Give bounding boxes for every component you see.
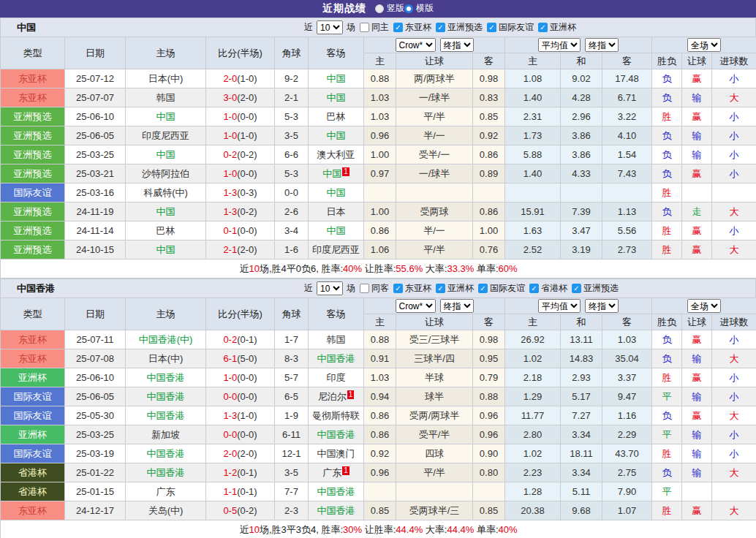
halftime-score: (0-3) bbox=[237, 187, 257, 198]
date-cell: 24-12-17 bbox=[65, 501, 126, 520]
odds-away-cell: 0.88 bbox=[473, 387, 505, 406]
avg-home-cell: 1.63 bbox=[505, 221, 561, 240]
results-table: 类型日期主场比分(半场)角球客场Crow*终指平均值终指全场主让球客主和客胜负让… bbox=[0, 37, 756, 279]
avg-home-cell: 20.38 bbox=[505, 501, 561, 520]
team-name-text: 中国 bbox=[322, 168, 341, 179]
checkbox[interactable]: ✓ bbox=[436, 23, 445, 32]
match-count-select[interactable]: 10 bbox=[317, 20, 343, 34]
odds-source-select[interactable]: 终指 bbox=[585, 299, 619, 313]
competition-filter-label: 国际友谊 bbox=[490, 282, 525, 295]
score-cell: 1-0(1-0) bbox=[206, 126, 275, 145]
checkbox[interactable] bbox=[360, 284, 369, 293]
match-row: 国际友谊25-03-19中国香港2-0(2-0)12-1中国澳门0.92四球0.… bbox=[1, 444, 756, 463]
home-team-cell: 中国香港 bbox=[126, 444, 206, 463]
avg-home-cell: 2.31 bbox=[505, 107, 561, 126]
fulltime-score: 1-3 bbox=[223, 206, 237, 217]
competition-filter-label: 东亚杯 bbox=[405, 282, 431, 295]
team-name-text: 中国 bbox=[156, 149, 175, 160]
match-row: 国际友谊25-05-30中国香港1-3(1-0)1-9曼彻斯特联0.86受两/两… bbox=[1, 406, 756, 425]
radio-icon[interactable] bbox=[375, 4, 384, 13]
summary-segment: 让胜率: bbox=[362, 524, 396, 535]
away-team-cell: 中国1 bbox=[309, 164, 364, 183]
checkbox[interactable]: ✓ bbox=[393, 284, 403, 293]
checkbox[interactable]: ✓ bbox=[529, 284, 539, 293]
goals-result-cell: 小 bbox=[712, 69, 756, 88]
checkbox[interactable]: ✓ bbox=[478, 284, 488, 293]
team-name-text: 中国 bbox=[156, 244, 175, 255]
checkbox[interactable]: ✓ bbox=[436, 284, 445, 293]
corner-cell: 0-0 bbox=[275, 183, 309, 202]
result-text: 大 bbox=[730, 505, 739, 516]
match-type-cell: 国际友谊 bbox=[1, 406, 65, 425]
result-cell: 负 bbox=[652, 406, 682, 425]
checkbox[interactable]: ✓ bbox=[487, 23, 496, 32]
odds-source-select[interactable]: 平均值 bbox=[538, 299, 581, 313]
team-name-text: 中国 bbox=[327, 130, 346, 141]
match-row: 东亚杯25-07-08日本(中)6-1(5-0)8-3中国香港0.91三球半/四… bbox=[1, 349, 756, 368]
layout-radio[interactable]: 横版 bbox=[404, 2, 434, 15]
match-count-select[interactable]: 10 bbox=[317, 281, 343, 295]
result-cell: 负 bbox=[652, 88, 682, 107]
summary-segment: 10 bbox=[249, 263, 259, 274]
result-text: 赢 bbox=[692, 225, 702, 236]
avg-home-cell: 2.80 bbox=[505, 425, 561, 444]
team-name-text: 印度尼西亚 bbox=[142, 130, 189, 141]
home-team-cell: 关岛(中) bbox=[126, 501, 206, 520]
avg-draw-cell: 4.28 bbox=[561, 88, 602, 107]
match-type-cell: 亚洲预选 bbox=[1, 145, 65, 164]
checkbox[interactable]: ✓ bbox=[393, 23, 403, 32]
odds-away-cell: 0.86 bbox=[473, 145, 505, 164]
team-name-text: 中国香港 bbox=[317, 353, 355, 364]
away-team-cell: 中国 bbox=[309, 221, 364, 240]
odds-source-select[interactable]: 平均值 bbox=[538, 38, 581, 52]
avg-draw-cell: 5.11 bbox=[561, 482, 602, 501]
radio-label-text: 横版 bbox=[416, 2, 434, 15]
odds-source-select[interactable]: Crow* bbox=[396, 38, 436, 52]
odds-source-select[interactable]: Crow* bbox=[396, 299, 436, 313]
sub-column-header: 进球数 bbox=[712, 53, 756, 69]
odds-source-select[interactable]: 终指 bbox=[440, 38, 474, 52]
checkbox[interactable] bbox=[360, 23, 369, 32]
section-hongkong: 中国香港 近10场同客✓东亚杯✓亚洲杯✓国际友谊✓省港杯✓亚洲预选 类型日期主场… bbox=[0, 279, 756, 538]
odds-source-select[interactable]: 终指 bbox=[440, 299, 474, 313]
odds-source-select[interactable]: 终指 bbox=[585, 38, 619, 52]
checkbox[interactable]: ✓ bbox=[572, 284, 581, 293]
date-cell: 25-03-25 bbox=[65, 145, 126, 164]
sub-column-header: 让球 bbox=[396, 53, 473, 69]
result-cell: 平 bbox=[652, 482, 682, 501]
home-team-cell: 新加坡 bbox=[126, 425, 206, 444]
radio-icon[interactable] bbox=[404, 4, 413, 13]
result-text: 胜 bbox=[662, 448, 672, 459]
handicap-result-cell: 赢 bbox=[682, 240, 712, 259]
odds-source-select[interactable]: 全场 bbox=[687, 38, 721, 52]
layout-radio[interactable]: 竖版 bbox=[375, 2, 404, 15]
match-type-cell: 亚洲杯 bbox=[1, 425, 65, 444]
result-cell: 胜 bbox=[652, 501, 682, 520]
result-text: 小 bbox=[730, 429, 739, 440]
fulltime-score: 1-1 bbox=[223, 486, 237, 497]
handicap-cell: 平/半 bbox=[396, 463, 473, 482]
avg-away-cell bbox=[602, 183, 652, 202]
match-type-cell: 亚洲预选 bbox=[1, 107, 65, 126]
avg-draw-cell: 13.11 bbox=[561, 330, 602, 349]
sub-column-header: 主 bbox=[505, 53, 561, 69]
corner-cell: 3-5 bbox=[275, 126, 309, 145]
result-text: 小 bbox=[730, 130, 739, 141]
table-body: 东亚杯25-07-12日本(中)2-0(1-0)9-2中国0.88两/两球半0.… bbox=[1, 69, 756, 259]
fulltime-score: 0-0 bbox=[223, 391, 237, 402]
checkbox[interactable]: ✓ bbox=[538, 23, 548, 32]
score-cell: 0-0(0-0) bbox=[206, 425, 275, 444]
result-text: 平 bbox=[662, 391, 672, 402]
odds-home-cell: 0.96 bbox=[364, 126, 396, 145]
fulltime-score: 1-3 bbox=[223, 187, 237, 198]
date-cell: 25-06-10 bbox=[65, 368, 126, 387]
sub-column-header: 让球 bbox=[396, 314, 473, 330]
away-team-cell: 韩国 bbox=[309, 330, 364, 349]
result-text: 小 bbox=[730, 225, 739, 236]
fulltime-score: 1-0 bbox=[223, 130, 237, 141]
avg-draw-cell: 3.19 bbox=[561, 240, 602, 259]
result-text: 负 bbox=[662, 92, 672, 103]
odds-source-select[interactable]: 全场 bbox=[687, 299, 721, 313]
away-team-cell: 印度 bbox=[309, 368, 364, 387]
avg-home-cell: 5.88 bbox=[505, 145, 561, 164]
